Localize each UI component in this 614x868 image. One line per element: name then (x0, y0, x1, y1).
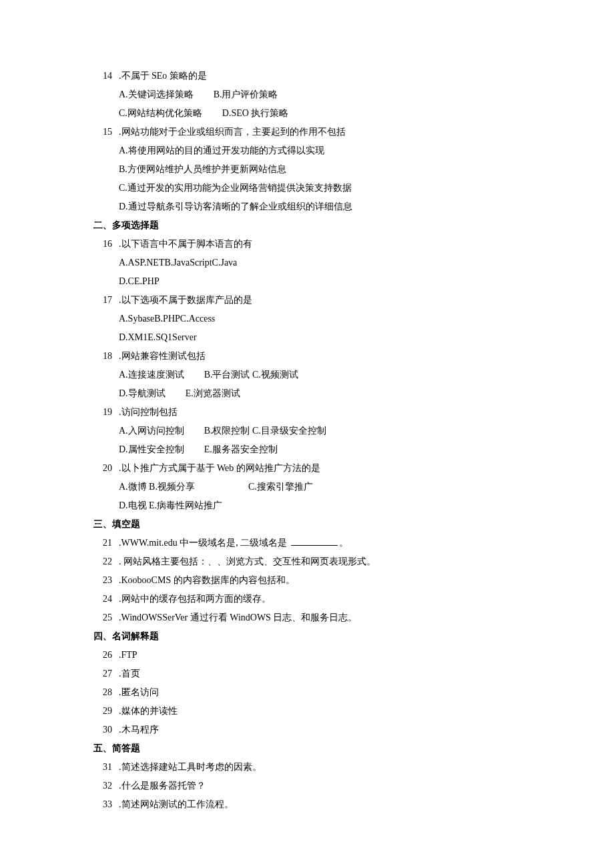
option-d: D.属性安全控制 (119, 440, 184, 459)
question-14: 14 .不属于 SEo 策略的是 (93, 67, 521, 85)
question-number: 31 (93, 758, 119, 777)
q14-options-row1: A.关键词选择策略 B.用户评价策略 (93, 85, 521, 104)
question-stem: .访问控制包括 (119, 403, 521, 422)
question-15: 15 .网站功能对于企业或组织而言，主要起到的作用不包括 (93, 123, 521, 141)
question-number: 32 (93, 777, 119, 795)
section-3-title: 三、填空题 (93, 515, 521, 534)
q16-line1: A.ASP.NETB.JavaScriptC.Java (93, 254, 521, 272)
question-stem: .WWW.mit.edu 中一级域名是, 二级域名是 。 (119, 534, 521, 552)
q19-row1: A.入网访问控制 B.权限控制 C.目录级安全控制 (93, 422, 521, 440)
option-c: C.通过开发的实用功能为企业网络营销提供决策支持数据 (93, 179, 521, 197)
question-number: 18 (93, 347, 119, 366)
q19-row2: D.属性安全控制 E.服务器安全控制 (93, 440, 521, 459)
question-number: 17 (93, 291, 119, 310)
question-31: 31 .简述选择建站工具时考虑的因素。 (93, 758, 521, 777)
option-e: E.服务器安全控制 (204, 440, 278, 459)
question-stem: . 网站风格主要包括：、、浏览方式、交互性和网页表现形式。 (119, 552, 521, 571)
q21-before: .WWW.mit.edu 中一级域名是, 二级域名是 (119, 538, 290, 548)
question-26: 26 .FTP (93, 646, 521, 665)
question-stem: .简述网站测试的工作流程。 (119, 795, 521, 814)
question-number: 22 (93, 552, 119, 571)
option-c: C.搜索引擎推广 (248, 478, 313, 496)
question-stem: .网站功能对于企业或组织而言，主要起到的作用不包括 (119, 123, 521, 141)
question-21: 21 .WWW.mit.edu 中一级域名是, 二级域名是 。 (93, 534, 521, 552)
option-d: D.通过导航条引导访客清晰的了解企业或组织的详细信息 (93, 197, 521, 216)
option-b: B.用户评价策略 (214, 85, 278, 104)
option-b: B.方便网站维护人员维护并更新网站信息 (93, 160, 521, 179)
option-d: D.SEO 执行策略 (222, 104, 289, 123)
question-27: 27 .首页 (93, 665, 521, 683)
option-e: E.浏览器测试 (186, 384, 240, 403)
question-number: 24 (93, 590, 119, 608)
question-number: 16 (93, 235, 119, 254)
question-32: 32 .什么是服务器托管？ (93, 777, 521, 795)
question-stem: .匿名访问 (119, 683, 521, 702)
option-c: C.网站结构优化策略 (119, 104, 202, 123)
question-number: 29 (93, 702, 119, 721)
section-4-title: 四、名词解释题 (93, 627, 521, 646)
question-stem: .什么是服务器托管？ (119, 777, 521, 795)
question-30: 30 .木马程序 (93, 721, 521, 739)
question-number: 15 (93, 123, 119, 141)
question-number: 19 (93, 403, 119, 422)
q21-after: 。 (339, 538, 348, 548)
question-number: 26 (93, 646, 119, 665)
question-stem: .FTP (119, 646, 521, 665)
question-number: 30 (93, 721, 119, 739)
q16-line2: D.CE.PHP (93, 272, 521, 291)
question-stem: .以卜推广方式属于基于 Web 的网站推广方法的是 (119, 459, 521, 478)
question-number: 28 (93, 683, 119, 702)
question-33: 33 .简述网站测试的工作流程。 (93, 795, 521, 814)
question-stem: .以下选项不属于数据库产品的是 (119, 291, 521, 310)
question-18: 18 .网站兼容性测试包括 (93, 347, 521, 366)
q17-line2: D.XM1E.SQ1Server (93, 328, 521, 347)
question-22: 22 . 网站风格主要包括：、、浏览方式、交互性和网页表现形式。 (93, 552, 521, 571)
question-23: 23 .KoobooCMS 的内容数据库的内容包括和。 (93, 571, 521, 590)
question-stem: .以下语言中不属于脚本语言的有 (119, 235, 521, 254)
q17-line1: A.SybaseB.PHPC.Access (93, 310, 521, 328)
question-number: 21 (93, 534, 119, 552)
section-5-title: 五、简答题 (93, 739, 521, 758)
question-stem: .木马程序 (119, 721, 521, 739)
question-number: 33 (93, 795, 119, 814)
fill-blank (291, 536, 338, 546)
question-16: 16 .以下语言中不属于脚本语言的有 (93, 235, 521, 254)
question-17: 17 .以下选项不属于数据库产品的是 (93, 291, 521, 310)
question-stem: .WindOWSSerVer 通过行看 WindOWS 日志、和服务日志。 (119, 608, 521, 627)
question-stem: .KoobooCMS 的内容数据库的内容包括和。 (119, 571, 521, 590)
question-28: 28 .匿名访问 (93, 683, 521, 702)
question-number: 23 (93, 571, 119, 590)
q14-options-row2: C.网站结构优化策略 D.SEO 执行策略 (93, 104, 521, 123)
question-24: 24 .网站中的缓存包括和两方面的缓存。 (93, 590, 521, 608)
question-stem: .不属于 SEo 策略的是 (119, 67, 521, 85)
question-number: 25 (93, 608, 119, 627)
option-d: D.导航测试 (119, 384, 166, 403)
question-20: 20 .以卜推广方式属于基于 Web 的网站推广方法的是 (93, 459, 521, 478)
question-number: 20 (93, 459, 119, 478)
option-bc: B.权限控制 C.目录级安全控制 (204, 422, 326, 440)
question-stem: .简述选择建站工具时考虑的因素。 (119, 758, 521, 777)
section-2-title: 二、多项选择题 (93, 216, 521, 235)
question-number: 27 (93, 665, 119, 683)
question-25: 25 .WindOWSSerVer 通过行看 WindOWS 日志、和服务日志。 (93, 608, 521, 627)
question-number: 14 (93, 67, 119, 85)
question-stem: .首页 (119, 665, 521, 683)
question-stem: .网站兼容性测试包括 (119, 347, 521, 366)
option-a: A.关键词选择策略 (119, 85, 194, 104)
question-stem: .网站中的缓存包括和两方面的缓存。 (119, 590, 521, 608)
q18-row1: A.连接速度测试 B.平台测试 C.视频测试 (93, 366, 521, 384)
q18-row2: D.导航测试 E.浏览器测试 (93, 384, 521, 403)
option-a: A.将使用网站的目的通过开发功能的方式得以实现 (93, 141, 521, 160)
option-bc: B.平台测试 C.视频测试 (204, 366, 298, 384)
question-19: 19 .访问控制包括 (93, 403, 521, 422)
option-a: A.入网访问控制 (119, 422, 184, 440)
option-de: D.电视 E.病毒性网站推广 (93, 496, 521, 515)
option-ab: A.微博 B.视频分享 (119, 478, 195, 496)
q20-row1: A.微博 B.视频分享 C.搜索引擎推广 (93, 478, 521, 496)
question-29: 29 .媒体的并读性 (93, 702, 521, 721)
option-a: A.连接速度测试 (119, 366, 184, 384)
question-stem: .媒体的并读性 (119, 702, 521, 721)
